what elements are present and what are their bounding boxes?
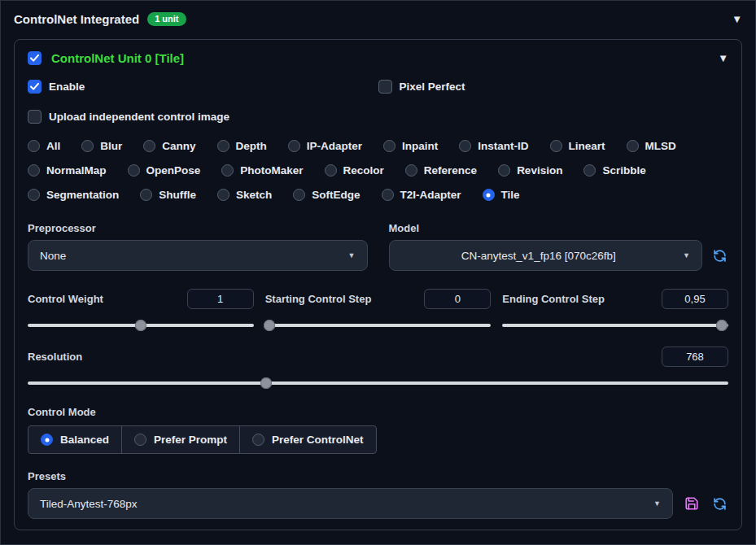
control-type-label: Instant-ID (478, 140, 528, 152)
preset-save-button[interactable] (683, 495, 701, 512)
radio-icon (382, 189, 394, 201)
radio-icon (221, 164, 234, 177)
control-type-scribble[interactable]: Scribble (583, 164, 645, 177)
radio-icon (252, 434, 264, 446)
pixel-perfect-checkbox-item[interactable]: Pixel Perfect (378, 80, 729, 94)
control-type-blur[interactable]: Blur (81, 140, 122, 152)
slider-label: Starting Control Step (265, 293, 372, 305)
control-type-lineart[interactable]: Lineart (550, 140, 605, 152)
control-type-label: Shuffle (159, 189, 196, 201)
radio-icon (459, 140, 471, 152)
unit-enable-checkbox[interactable] (28, 51, 42, 65)
slider-track[interactable] (502, 324, 728, 327)
control-type-label: SoftEdge (312, 189, 360, 201)
unit-collapse-caret-icon[interactable]: ▼ (718, 53, 728, 63)
control-mode-balanced[interactable]: Balanced (28, 425, 122, 454)
radio-icon (143, 140, 155, 152)
control-mode-option-label: Balanced (60, 434, 109, 446)
control-mode-prefer-prompt[interactable]: Prefer Prompt (121, 425, 240, 454)
preset-refresh-button[interactable] (710, 495, 728, 512)
slider-thumb[interactable] (716, 320, 728, 331)
unit-count-badge: 1 unit (147, 12, 186, 26)
check-icon (30, 83, 39, 90)
control-type-label: NormalMap (46, 164, 107, 177)
radio-icon (128, 164, 140, 177)
slider-track[interactable] (265, 324, 492, 327)
model-value: CN-anytest_v1_fp16 [070c26fb] (401, 250, 677, 262)
control-mode-label: Control Mode (28, 406, 728, 418)
control-type-all[interactable]: All (28, 140, 60, 152)
control-type-reference[interactable]: Reference (405, 164, 477, 177)
model-column: Model CN-anytest_v1_fp16 [070c26fb] ▼ (389, 222, 729, 271)
check-icon (30, 54, 39, 62)
control-type-ip-adapter[interactable]: IP-Adapter (288, 140, 362, 152)
upload-checkbox[interactable] (28, 110, 42, 124)
control-mode-option-label: Prefer Prompt (154, 434, 227, 446)
control-type-label: Inpaint (402, 140, 438, 152)
control-type-inpaint[interactable]: Inpaint (383, 140, 438, 152)
slider-value-input[interactable] (424, 289, 491, 309)
control-type-label: Canny (162, 140, 195, 152)
model-label: Model (389, 222, 729, 234)
accordion-header[interactable]: ControlNet Integrated 1 unit ▼ (14, 12, 742, 26)
control-type-openpose[interactable]: OpenPose (128, 164, 201, 177)
control-type-label: Blur (100, 140, 122, 152)
preprocessor-value: None (40, 250, 342, 262)
pixel-perfect-label: Pixel Perfect (400, 81, 465, 93)
resolution-slider-track[interactable] (28, 382, 728, 385)
resolution-value-input[interactable] (662, 347, 728, 367)
radio-icon (325, 164, 337, 177)
control-type-segmentation[interactable]: Segmentation (28, 189, 119, 201)
slider-ending-control-step: Ending Control Step (502, 289, 728, 327)
collapse-caret-icon[interactable]: ▼ (732, 14, 742, 24)
control-type-label: Recolor (343, 164, 384, 177)
control-type-recolor[interactable]: Recolor (325, 164, 384, 177)
control-type-t2i-adapter[interactable]: T2I-Adapter (382, 189, 461, 201)
control-type-label: MLSD (645, 140, 676, 152)
radio-icon (217, 189, 229, 201)
radio-icon (550, 140, 562, 152)
resolution-slider-thumb[interactable] (260, 377, 272, 389)
control-type-tile[interactable]: Tile (483, 189, 520, 201)
slider-track[interactable] (28, 324, 254, 327)
slider-thumb[interactable] (135, 320, 146, 331)
control-type-normalmap[interactable]: NormalMap (28, 164, 107, 177)
upload-row: Upload independent control image (28, 110, 728, 124)
control-type-photomaker[interactable]: PhotoMaker (221, 164, 303, 177)
control-type-shuffle[interactable]: Shuffle (140, 189, 196, 201)
control-type-label: T2I-Adapter (400, 189, 461, 201)
presets-dropdown[interactable]: Tiled-Anytest-768px ▼ (28, 488, 673, 519)
control-type-label: Scribble (602, 164, 645, 177)
slider-value-input[interactable] (662, 289, 728, 309)
preprocessor-dropdown[interactable]: None ▼ (28, 240, 368, 271)
pixel-perfect-checkbox[interactable] (378, 80, 392, 94)
control-type-instant-id[interactable]: Instant-ID (459, 140, 528, 152)
control-type-group: AllBlurCannyDepthIP-AdapterInpaintInstan… (28, 140, 728, 201)
radio-icon (81, 140, 94, 152)
enable-checkbox-item[interactable]: Enable (28, 80, 378, 94)
control-type-sketch[interactable]: Sketch (217, 189, 272, 201)
control-type-mlsd[interactable]: MLSD (627, 140, 676, 152)
control-mode-prefer-controlnet[interactable]: Prefer ControlNet (239, 425, 377, 454)
enable-checkbox[interactable] (28, 80, 42, 94)
control-type-revision[interactable]: Revision (498, 164, 562, 177)
slider-thumb[interactable] (264, 320, 275, 331)
control-type-label: OpenPose (146, 164, 201, 177)
unit-header[interactable]: ControlNet Unit 0 [Tile] ▼ (28, 51, 728, 65)
refresh-icon (713, 497, 727, 511)
control-type-softedge[interactable]: SoftEdge (293, 189, 360, 201)
radio-icon (41, 434, 53, 446)
save-icon (684, 496, 699, 511)
upload-checkbox-item[interactable]: Upload independent control image (28, 110, 229, 124)
model-refresh-button[interactable] (710, 246, 728, 264)
preprocessor-column: Preprocessor None ▼ (28, 222, 368, 271)
control-type-depth[interactable]: Depth (217, 140, 267, 152)
controlnet-unit-panel: ControlNet Unit 0 [Tile] ▼ Enable Pixel … (14, 39, 742, 530)
slider-value-input[interactable] (187, 289, 254, 309)
control-mode-group: BalancedPrefer PromptPrefer ControlNet (28, 425, 728, 454)
preprocessor-label: Preprocessor (28, 222, 368, 234)
control-type-canny[interactable]: Canny (143, 140, 195, 152)
radio-icon (498, 164, 510, 177)
radio-icon (28, 140, 40, 152)
model-dropdown[interactable]: CN-anytest_v1_fp16 [070c26fb] ▼ (389, 240, 703, 271)
